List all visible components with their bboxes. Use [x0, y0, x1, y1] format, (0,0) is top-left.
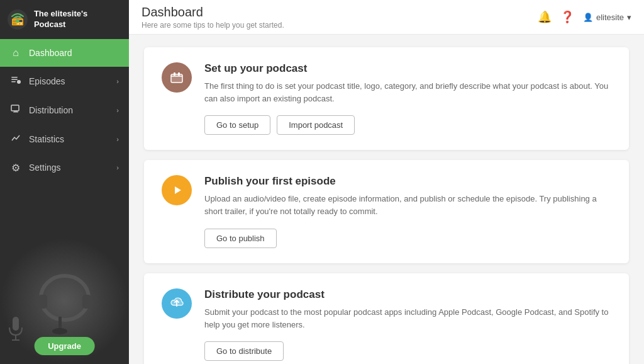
home-icon: ⌂: [10, 47, 21, 59]
svg-rect-8: [14, 111, 18, 112]
sidebar-bottom-art: Upgrade: [0, 238, 129, 364]
distribute-card-icon: [162, 288, 192, 319]
distribute-card-body: Distribute your podcast Submit your podc…: [204, 288, 611, 361]
setup-card-actions: Go to setup Import podcast: [204, 115, 611, 135]
svg-point-2: [16, 19, 19, 23]
sidebar-item-label: Statistics: [29, 134, 109, 144]
svg-rect-15: [13, 317, 19, 331]
sidebar-item-dashboard[interactable]: ⌂ Dashboard: [0, 39, 129, 67]
distribution-icon: [10, 104, 21, 117]
distribute-card: Distribute your podcast Submit your podc…: [144, 273, 629, 364]
sidebar-title: The elitesite's Podcast: [34, 9, 121, 30]
user-icon: 👤: [583, 13, 593, 22]
chevron-right-icon: ›: [116, 135, 119, 143]
sidebar-nav: ⌂ Dashboard Episodes › Distribution › St…: [0, 39, 129, 238]
distribute-card-title: Distribute your podcast: [204, 288, 611, 301]
distribute-card-description: Submit your podcast to the most popular …: [204, 306, 611, 331]
sidebar-item-label: Settings: [29, 162, 109, 173]
upgrade-button[interactable]: Upgrade: [34, 337, 95, 355]
headphones-illustration: [21, 257, 109, 345]
svg-point-6: [17, 80, 21, 84]
publish-card-title: Publish your first episode: [204, 175, 611, 188]
publish-card-body: Publish your first episode Upload an aud…: [204, 175, 611, 247]
user-name: elitesite: [596, 13, 624, 22]
go-to-publish-button[interactable]: Go to publish: [204, 229, 277, 248]
sidebar-item-label: Episodes: [29, 76, 109, 86]
sidebar-item-label: Dashboard: [29, 48, 119, 58]
setup-card-icon: [162, 62, 192, 93]
sidebar-item-distribution[interactable]: Distribution ›: [0, 96, 129, 125]
setup-card-description: The first thing to do is set your podcas…: [204, 80, 611, 105]
topbar: Dashboard Here are some tips to help you…: [129, 0, 644, 35]
help-icon[interactable]: ❓: [560, 10, 574, 24]
chevron-right-icon: ›: [116, 106, 119, 114]
microphone-icon: [6, 314, 25, 345]
sidebar-item-label: Distribution: [29, 105, 109, 115]
sidebar-item-episodes[interactable]: Episodes ›: [0, 67, 129, 96]
svg-rect-20: [178, 72, 180, 76]
topbar-left: Dashboard Here are some tips to help you…: [142, 5, 284, 30]
topbar-right: 🔔 ❓ 👤 elitesite ▾: [538, 10, 631, 24]
setup-card-body: Set up your podcast The first thing to d…: [204, 62, 611, 135]
notifications-icon[interactable]: 🔔: [538, 10, 552, 24]
user-menu[interactable]: 👤 elitesite ▾: [583, 13, 631, 22]
publish-card-description: Upload an audio/video file, create episo…: [204, 193, 611, 218]
distribute-card-actions: Go to distribute: [204, 341, 611, 361]
svg-point-10: [41, 276, 89, 320]
publish-card-actions: Go to publish: [204, 229, 611, 248]
page-subtitle: Here are some tips to help you get start…: [142, 21, 284, 30]
svg-rect-11: [38, 295, 47, 309]
settings-icon: ⚙: [10, 162, 21, 174]
main-content: Dashboard Here are some tips to help you…: [129, 0, 644, 364]
page-title: Dashboard: [142, 5, 284, 20]
sidebar-header: 📻 The elitesite's Podcast: [0, 0, 129, 39]
publish-card-icon: [162, 175, 192, 205]
chevron-right-icon: ›: [116, 164, 119, 171]
svg-rect-18: [171, 74, 182, 82]
svg-rect-9: [13, 111, 18, 112]
import-podcast-button[interactable]: Import podcast: [277, 115, 355, 135]
setup-card-title: Set up your podcast: [204, 62, 611, 75]
svg-point-14: [52, 328, 67, 334]
cards-area: Set up your podcast The first thing to d…: [129, 35, 644, 364]
podcast-logo-icon: 📻: [8, 9, 28, 30]
svg-rect-7: [11, 105, 19, 111]
setup-card: Set up your podcast The first thing to d…: [144, 47, 629, 150]
sidebar-item-settings[interactable]: ⚙ Settings ›: [0, 154, 129, 182]
svg-rect-5: [11, 81, 16, 82]
svg-rect-3: [11, 77, 18, 78]
svg-rect-4: [11, 79, 18, 80]
go-to-setup-button[interactable]: Go to setup: [204, 115, 270, 135]
statistics-icon: [10, 133, 21, 145]
chevron-right-icon: ›: [116, 77, 119, 85]
svg-rect-12: [82, 295, 91, 309]
svg-marker-21: [175, 186, 181, 194]
sidebar-item-statistics[interactable]: Statistics ›: [0, 125, 129, 154]
go-to-distribute-button[interactable]: Go to distribute: [204, 341, 284, 361]
episodes-icon: [10, 75, 21, 88]
sidebar: 📻 The elitesite's Podcast ⌂ Dashboard Ep…: [0, 0, 129, 364]
svg-rect-19: [174, 72, 175, 76]
chevron-down-icon: ▾: [627, 13, 631, 22]
publish-card: Publish your first episode Upload an aud…: [144, 160, 629, 263]
